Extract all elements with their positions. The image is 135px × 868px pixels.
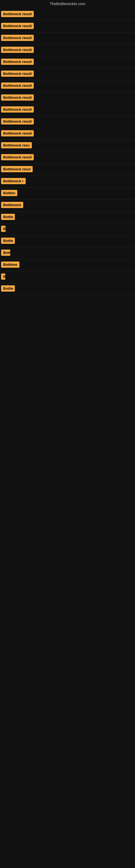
results-list: Bottleneck resultBottleneck resultBottle… bbox=[0, 9, 135, 295]
bottleneck-badge[interactable]: Bottleneck result bbox=[1, 154, 34, 160]
result-row: Bottle bbox=[0, 236, 135, 247]
bottleneck-badge[interactable]: Bottleneck r bbox=[1, 178, 26, 184]
bottleneck-badge[interactable]: Bottleneck result bbox=[1, 70, 34, 77]
result-row: Bottleneck result bbox=[0, 56, 135, 68]
bottleneck-badge[interactable]: Bottleneck result bbox=[1, 130, 34, 136]
bottleneck-badge[interactable]: Bott bbox=[1, 250, 10, 256]
bottleneck-badge[interactable]: Bottleneck result bbox=[1, 106, 34, 113]
result-row: Bottleneck r bbox=[0, 176, 135, 188]
site-title: TheBottlenecker.com bbox=[50, 2, 85, 6]
site-header: TheBottlenecker.com bbox=[0, 0, 135, 9]
bottleneck-badge[interactable]: Bottleneck resul bbox=[1, 166, 33, 172]
result-row: Bottleneck result bbox=[0, 152, 135, 164]
result-row: Bottleneck result bbox=[0, 128, 135, 140]
bottleneck-badge[interactable]: Bottleneck result bbox=[1, 59, 34, 65]
result-row: Bottlene bbox=[0, 259, 135, 271]
bottleneck-badge[interactable]: Bottle bbox=[1, 214, 15, 220]
bottleneck-badge[interactable]: Bottleneck result bbox=[1, 11, 34, 17]
result-row: Bottleneck result bbox=[0, 9, 135, 21]
bottleneck-badge[interactable]: Bo bbox=[1, 226, 6, 232]
result-row: Bottleneck result bbox=[0, 68, 135, 80]
bottleneck-badge[interactable]: Bottleneck result bbox=[1, 35, 34, 41]
bottleneck-badge[interactable]: Bottlene bbox=[1, 261, 19, 268]
result-row: Bottleneck result bbox=[0, 80, 135, 92]
result-row: Bo bbox=[0, 223, 135, 236]
bottleneck-badge[interactable]: Bottleneck result bbox=[1, 83, 34, 89]
result-row: Bottleneck result bbox=[0, 116, 135, 128]
result-row: Bott bbox=[0, 247, 135, 259]
result-row: Bottleneck result bbox=[0, 104, 135, 116]
bottleneck-badge[interactable]: Bottleneck result bbox=[1, 94, 34, 101]
result-row: Bottleneck result bbox=[0, 21, 135, 33]
bottleneck-badge[interactable]: Bottleneck bbox=[1, 202, 23, 208]
bottleneck-badge[interactable]: Bottleneck result bbox=[1, 23, 34, 29]
bottleneck-badge[interactable]: Bottleneck result bbox=[1, 118, 34, 124]
result-row: B bbox=[0, 271, 135, 283]
result-row: Bottleneck result bbox=[0, 33, 135, 44]
bottleneck-badge[interactable]: Bottle bbox=[1, 238, 15, 244]
bottleneck-badge[interactable]: Bottleneck resu bbox=[1, 142, 32, 148]
result-row: Bottle bbox=[0, 212, 135, 223]
result-row: Bottleneck result bbox=[0, 44, 135, 56]
result-row: Bottleneck resul bbox=[0, 164, 135, 176]
result-row: Bottlen bbox=[0, 188, 135, 199]
bottleneck-badge[interactable]: Bottlen bbox=[1, 190, 17, 196]
result-row: Bottleneck result bbox=[0, 92, 135, 104]
bottleneck-badge[interactable]: Bottleneck result bbox=[1, 46, 34, 53]
bottleneck-badge[interactable]: B bbox=[1, 273, 5, 280]
bottleneck-badge[interactable]: Bottle bbox=[1, 285, 15, 291]
result-row: Bottleneck bbox=[0, 199, 135, 212]
result-row: Bottle bbox=[0, 283, 135, 295]
result-row: Bottleneck resu bbox=[0, 140, 135, 152]
